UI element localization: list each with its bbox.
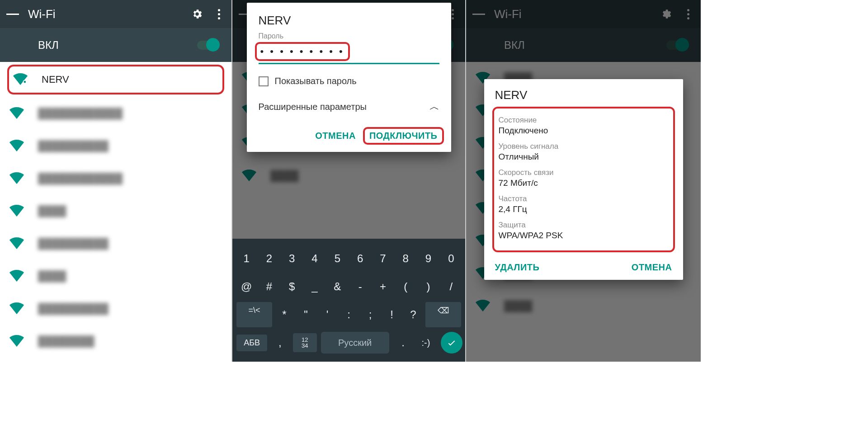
key-hash[interactable]: # [258, 274, 280, 299]
advanced-options-row[interactable]: Расширенные параметры ︿ [259, 95, 439, 124]
detail-row: Скорость связи 72 Мбит/с [499, 168, 669, 188]
key-amp[interactable]: & [326, 274, 349, 299]
wifi-signal-icon [13, 72, 28, 87]
wifi-toggle-row: ВКЛ [0, 28, 231, 62]
advanced-label: Расширенные параметры [259, 102, 367, 112]
detail-label: Скорость связи [499, 168, 669, 177]
details-highlight: Состояние Подключено Уровень сигнала Отл… [492, 107, 675, 252]
connect-dialog: NERV Пароль • • • • • • • • • Показывать… [247, 3, 451, 152]
key-star[interactable]: * [274, 302, 295, 327]
key-comma[interactable]: , [269, 330, 291, 355]
detail-label: Защита [499, 221, 669, 230]
screen-connect-dialog: Wi-Fi ВКЛ ████ ████ ████ ████ NERV Парол… [232, 0, 466, 362]
detail-label: Состояние [499, 116, 669, 125]
key-1234[interactable]: 12 34 [293, 333, 317, 352]
done-icon[interactable] [441, 332, 462, 354]
cancel-button[interactable]: ОТМЕНА [632, 262, 672, 273]
wifi-item-blurred[interactable]: ██████████ [0, 292, 231, 325]
key-emoji[interactable]: :-) [415, 331, 437, 354]
key-2[interactable]: 2 [258, 246, 280, 271]
detail-label: Частота [499, 194, 669, 203]
keyboard-row-3: =\< * " ' : ; ! ? ⌫ [235, 302, 462, 327]
detail-value: WPA/WPA2 PSK [499, 231, 669, 241]
key-dot[interactable]: . [392, 330, 415, 355]
key-4[interactable]: 4 [303, 246, 326, 271]
password-label: Пароль [259, 32, 439, 40]
input-underline [259, 63, 439, 64]
soft-keyboard[interactable]: 1 2 3 4 5 6 7 8 9 0 @ # $ _ & - + ( ) / … [232, 239, 465, 362]
key-8[interactable]: 8 [394, 246, 417, 271]
wifi-signal-icon [9, 139, 24, 153]
key-exclaim[interactable]: ! [381, 302, 403, 327]
key-minus[interactable]: - [349, 274, 371, 299]
key-9[interactable]: 9 [417, 246, 439, 271]
key-slash[interactable]: / [440, 274, 462, 299]
app-bar: Wi-Fi [0, 0, 231, 28]
wifi-item-nerv[interactable]: NERV [7, 65, 224, 94]
wifi-item-blurred[interactable]: ████ [0, 260, 231, 292]
wifi-signal-icon [9, 236, 24, 251]
keyboard-row-4: АБВ , 12 34 Русский . :-) [235, 330, 462, 355]
show-password-label: Показывать пароль [275, 76, 357, 86]
detail-label: Уровень сигнала [499, 142, 669, 151]
connect-button[interactable]: ПОДКЛЮЧИТЬ [369, 131, 438, 141]
backspace-icon[interactable]: ⌫ [425, 302, 461, 327]
wifi-signal-icon [9, 302, 24, 316]
keyboard-row-1: 1 2 3 4 5 6 7 8 9 0 [235, 246, 462, 271]
wifi-item-blurred[interactable]: ████████████ [0, 97, 231, 130]
checkbox-icon[interactable] [259, 76, 269, 86]
screen-network-details: Wi-Fi ВКЛ ████ ████ ████ ████ ████ ████ … [466, 0, 701, 362]
key-plus[interactable]: + [372, 274, 394, 299]
key-squote[interactable]: ' [316, 302, 338, 327]
settings-icon[interactable] [191, 8, 203, 20]
wifi-item-blurred[interactable]: ████ [0, 195, 231, 227]
keyboard-row-2: @ # $ _ & - + ( ) / [235, 274, 462, 299]
key-colon[interactable]: : [338, 302, 360, 327]
key-dollar[interactable]: $ [281, 274, 303, 299]
detail-value: Подключено [499, 126, 669, 136]
detail-row: Уровень сигнала Отличный [499, 142, 669, 162]
forget-button[interactable]: УДАЛИТЬ [495, 262, 540, 273]
wifi-signal-icon [9, 106, 24, 121]
network-details-dialog: NERV Состояние Подключено Уровень сигнал… [484, 79, 683, 280]
wifi-item-label: NERV [42, 74, 69, 85]
detail-row: Защита WPA/WPA2 PSK [499, 221, 669, 241]
wifi-network-list: NERV ████████████ ██████████ ███████████… [0, 65, 231, 358]
key-0[interactable]: 0 [440, 246, 462, 271]
key-6[interactable]: 6 [349, 246, 371, 271]
connect-button-highlight: ПОДКЛЮЧИТЬ [363, 127, 444, 145]
overflow-icon[interactable] [212, 8, 225, 20]
key-7[interactable]: 7 [372, 246, 394, 271]
key-5[interactable]: 5 [326, 246, 349, 271]
key-semicolon[interactable]: ; [359, 302, 381, 327]
key-symbols[interactable]: =\< [236, 302, 272, 327]
key-at[interactable]: @ [235, 274, 258, 299]
password-input[interactable]: • • • • • • • • • [260, 46, 344, 57]
show-password-row[interactable]: Показывать пароль [259, 76, 439, 86]
detail-row: Частота 2,4 ГГц [499, 194, 669, 214]
key-underscore[interactable]: _ [303, 274, 326, 299]
detail-value: Отличный [499, 152, 669, 162]
wifi-item-blurred[interactable]: ████████ [0, 325, 231, 358]
screen-wifi-list: Wi-Fi ВКЛ NERV ████████████ ██████████ █… [0, 0, 232, 362]
wifi-item-blurred[interactable]: ██████████ [0, 130, 231, 162]
wifi-toggle[interactable] [197, 41, 219, 50]
key-rparen[interactable]: ) [417, 274, 439, 299]
key-abc[interactable]: АБВ [236, 335, 267, 351]
detail-row: Состояние Подключено [499, 116, 669, 136]
key-3[interactable]: 3 [281, 246, 303, 271]
wifi-toggle-label: ВКЛ [13, 39, 197, 52]
menu-icon[interactable] [6, 8, 19, 20]
key-1[interactable]: 1 [235, 246, 258, 271]
wifi-item-blurred[interactable]: ██████████ [0, 227, 231, 260]
key-dquote[interactable]: " [295, 302, 317, 327]
detail-value: 2,4 ГГц [499, 204, 669, 214]
key-question[interactable]: ? [402, 302, 424, 327]
cancel-button[interactable]: ОТМЕНА [315, 129, 356, 143]
spacebar[interactable]: Русский [321, 332, 389, 354]
wifi-signal-icon [9, 171, 24, 186]
chevron-up-icon: ︿ [429, 100, 439, 113]
key-lparen[interactable]: ( [394, 274, 417, 299]
dialog-actions: УДАЛИТЬ ОТМЕНА [495, 259, 672, 275]
wifi-item-blurred[interactable]: ████████████ [0, 162, 231, 195]
